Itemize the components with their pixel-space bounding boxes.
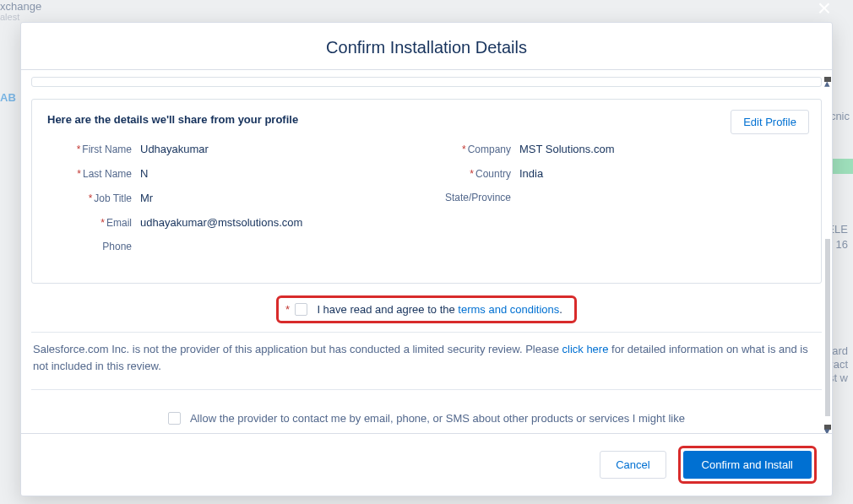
security-disclaimer: Salesforce.com Inc. is not the provider …: [31, 341, 822, 374]
edit-profile-button[interactable]: Edit Profile: [731, 110, 809, 134]
field-phone: Phone: [47, 241, 426, 252]
terms-text-suffix: .: [559, 303, 562, 316]
value-email: udhayakumar@mstsolutions.com: [140, 216, 302, 229]
field-first-name: *First Name Udhayakumar: [47, 143, 426, 155]
field-job-title: *Job Title Mr: [47, 192, 426, 204]
details-col-left: *First Name Udhayakumar *Last Name N *Jo…: [47, 138, 426, 264]
scrollbar[interactable]: [825, 239, 830, 416]
required-icon: *: [285, 303, 290, 316]
click-here-link[interactable]: click here: [562, 343, 609, 355]
terms-link[interactable]: terms and conditions: [458, 303, 559, 316]
modal-title: Confirm Installation Details: [21, 38, 832, 57]
terms-row: * I have read and agree to the terms and…: [31, 295, 822, 323]
terms-highlight-box: * I have read and agree to the terms and…: [276, 295, 577, 323]
value-last-name: N: [140, 167, 148, 180]
confirm-highlight-box: Confirm and Install: [678, 446, 817, 484]
profile-details-card: Here are the details we'll share from yo…: [31, 99, 822, 284]
allow-contact-row: Allow the provider to contact me by emai…: [31, 412, 822, 425]
details-col-right: *Company MST Solutions.com *Country Indi…: [426, 138, 806, 264]
scroll-down-icon[interactable]: ▾: [824, 425, 831, 430]
terms-text-prefix: I have read and agree to the: [317, 303, 458, 316]
field-company: *Company MST Solutions.com: [426, 143, 806, 155]
close-icon[interactable]: ×: [818, 0, 831, 22]
value-job-title: Mr: [140, 192, 153, 204]
allow-contact-checkbox[interactable]: [168, 412, 181, 425]
modal-body: ▴ Here are the details we'll share from …: [21, 70, 832, 433]
scroll-up-icon[interactable]: ▴: [824, 77, 831, 82]
value-first-name: Udhayakumar: [140, 143, 209, 155]
field-last-name: *Last Name N: [47, 167, 426, 180]
field-state: State/Province: [426, 192, 806, 203]
divider: [31, 389, 822, 390]
install-modal: Confirm Installation Details ▴ Here are …: [20, 22, 833, 496]
details-heading: Here are the details we'll share from yo…: [47, 113, 806, 126]
divider: [31, 332, 822, 333]
terms-checkbox[interactable]: [295, 303, 307, 316]
field-country: *Country India: [426, 167, 806, 180]
cancel-button[interactable]: Cancel: [600, 451, 666, 479]
value-country: India: [519, 167, 543, 180]
allow-contact-text: Allow the provider to contact me by emai…: [190, 412, 685, 425]
previous-card-edge: [31, 77, 822, 87]
field-email: *Email udhayakumar@mstsolutions.com: [47, 216, 426, 229]
value-company: MST Solutions.com: [519, 143, 614, 155]
modal-footer: Cancel Confirm and Install: [21, 433, 832, 496]
modal-header: Confirm Installation Details: [21, 23, 832, 70]
confirm-install-button[interactable]: Confirm and Install: [683, 451, 812, 479]
